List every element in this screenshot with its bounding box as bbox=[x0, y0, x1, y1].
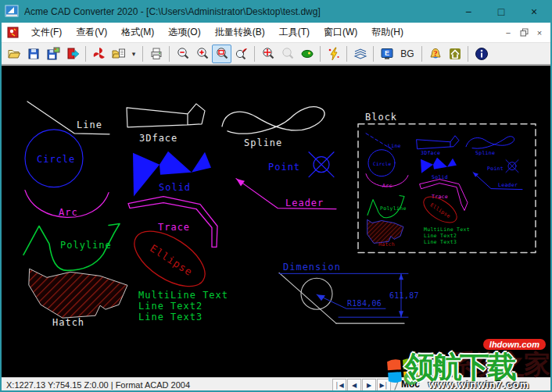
background-color-button[interactable]: BG bbox=[396, 45, 418, 63]
minimize-button[interactable]: − bbox=[455, 2, 482, 21]
preview-button[interactable]: E bbox=[377, 45, 396, 63]
first-layout-button[interactable]: │◀ bbox=[332, 379, 346, 391]
entity-point bbox=[309, 152, 334, 177]
zoom-in-icon bbox=[195, 47, 210, 61]
explode-button[interactable] bbox=[324, 45, 343, 63]
help-icon: ? bbox=[428, 47, 443, 61]
menu-view[interactable]: 查看(V) bbox=[69, 23, 114, 42]
label-mtext1: MultiLine Text bbox=[138, 290, 228, 301]
print-icon bbox=[149, 47, 163, 61]
menu-help[interactable]: 帮助(H) bbox=[364, 23, 410, 42]
preview-icon: E bbox=[380, 47, 394, 61]
dwg-file-icon bbox=[6, 26, 20, 39]
label-mtext3: Line Text3 bbox=[138, 312, 203, 323]
entity-spline bbox=[222, 107, 324, 134]
block-content: Line Circle 3Dface Spline Point bbox=[366, 134, 522, 248]
batch-convert-button[interactable] bbox=[109, 45, 128, 63]
zoom-in-button[interactable] bbox=[192, 45, 212, 63]
entity-3dface bbox=[127, 104, 205, 127]
zoom-out-button[interactable] bbox=[173, 45, 192, 63]
layers-icon bbox=[353, 47, 367, 61]
mdi-minimize-button[interactable]: − bbox=[500, 27, 516, 39]
zoom-previous-button[interactable] bbox=[278, 45, 297, 63]
layers-button[interactable] bbox=[350, 45, 370, 63]
label-3dface: 3Dface bbox=[139, 133, 177, 144]
label-arc: Arc bbox=[59, 207, 78, 218]
menu-batch-convert[interactable]: 批量转换(B) bbox=[208, 23, 272, 42]
export-button[interactable] bbox=[63, 45, 82, 63]
mdi-close-button[interactable]: × bbox=[532, 27, 547, 39]
next-layout-button[interactable]: ▶ bbox=[362, 379, 376, 391]
app-icon bbox=[5, 5, 19, 19]
block-label-leader: Leader bbox=[498, 182, 518, 188]
zoom-extents-button[interactable] bbox=[231, 45, 251, 63]
block-label-polyline: Polyline bbox=[380, 205, 407, 212]
pdf-convert-icon bbox=[92, 47, 106, 61]
home-button[interactable] bbox=[445, 45, 464, 63]
block-label-mtext1: MultiLine Text bbox=[424, 226, 470, 233]
pan-button[interactable] bbox=[258, 45, 278, 63]
menu-file[interactable]: 文件(F) bbox=[24, 23, 69, 42]
tab-model[interactable]: Moc bbox=[401, 379, 420, 391]
svg-text:?: ? bbox=[433, 48, 437, 57]
render-button[interactable] bbox=[297, 45, 317, 63]
svg-text:E: E bbox=[384, 49, 389, 57]
menu-options[interactable]: 选项(O) bbox=[161, 23, 207, 42]
block-label-hatch: Hatch bbox=[378, 241, 395, 248]
dim-height-text: 611,87 bbox=[389, 291, 419, 300]
label-polyline: Polyline bbox=[60, 240, 112, 251]
window-title: Acme CAD Converter 2020 - [C:\Users\Admi… bbox=[24, 6, 455, 17]
label-mtext2: Line Text2 bbox=[138, 301, 203, 312]
label-block: Block bbox=[365, 112, 397, 123]
pdf-convert-button[interactable] bbox=[89, 45, 109, 63]
block-label-3dface: 3Dface bbox=[421, 150, 440, 156]
zoom-out-icon bbox=[176, 47, 190, 61]
prev-layout-button[interactable]: ◀ bbox=[347, 379, 361, 391]
coordinates-readout: X:1227.13 Y:754.15 Z:0.00 | Format ACAD … bbox=[6, 380, 190, 390]
label-hatch: Hatch bbox=[52, 317, 84, 328]
zoom-extents-icon bbox=[235, 47, 249, 61]
batch-convert-dropdown[interactable]: ▾ bbox=[128, 45, 139, 63]
save-as-image-button[interactable] bbox=[43, 45, 63, 63]
menu-window[interactable]: 窗口(W) bbox=[317, 23, 364, 42]
save-as-image-icon bbox=[46, 47, 60, 61]
label-point: Point bbox=[268, 162, 300, 173]
about-button[interactable] bbox=[471, 45, 491, 63]
label-line: Line bbox=[77, 119, 102, 130]
label-solid: Solid bbox=[159, 182, 191, 193]
menu-format[interactable]: 格式(M) bbox=[114, 23, 161, 42]
layout-nav: │◀ ◀ ▶ ▶│ Moc bbox=[332, 379, 420, 391]
last-layout-button[interactable]: ▶│ bbox=[377, 379, 391, 391]
block-label-point: Point bbox=[487, 166, 504, 172]
drawing-canvas[interactable]: Line Circle 3Dface Spline Point bbox=[2, 65, 550, 377]
render-icon bbox=[300, 47, 314, 61]
zoom-window-button[interactable] bbox=[212, 45, 231, 63]
tab-divider bbox=[394, 379, 400, 390]
help-button[interactable]: ? bbox=[425, 45, 445, 63]
menu-bar: 文件(F) 查看(V) 格式(M) 选项(O) 批量转换(B) 工具(T) 窗口… bbox=[2, 23, 550, 43]
block-label-mtext2: Line Text2 bbox=[424, 233, 457, 239]
app-window: Acme CAD Converter 2020 - [C:\Users\Admi… bbox=[0, 0, 552, 392]
open-button[interactable] bbox=[4, 45, 23, 63]
batch-convert-icon bbox=[112, 47, 126, 61]
pan-icon bbox=[261, 47, 275, 61]
maximize-button[interactable]: □ bbox=[488, 2, 514, 21]
explode-icon bbox=[327, 47, 341, 61]
block-label-arc: Arc bbox=[382, 183, 392, 189]
save-button[interactable] bbox=[23, 45, 43, 63]
close-button[interactable]: × bbox=[521, 2, 547, 21]
status-bar: X:1227.13 Y:754.15 Z:0.00 | Format ACAD … bbox=[2, 377, 550, 392]
label-dimension: Dimension bbox=[283, 262, 341, 273]
zoom-window-icon bbox=[215, 47, 229, 61]
label-circle: Circle bbox=[37, 154, 75, 165]
mdi-restore-button[interactable] bbox=[516, 27, 532, 39]
label-trace: Trace bbox=[158, 222, 190, 233]
export-icon bbox=[66, 47, 80, 61]
menu-tools[interactable]: 工具(T) bbox=[272, 23, 317, 42]
home-icon bbox=[448, 47, 462, 61]
label-spline: Spline bbox=[244, 137, 282, 148]
block-label-circle: Circle bbox=[373, 161, 392, 166]
label-leader: Leader bbox=[285, 198, 324, 208]
print-button[interactable] bbox=[146, 45, 166, 63]
block-label-mtext3: Line Text3 bbox=[424, 239, 457, 245]
